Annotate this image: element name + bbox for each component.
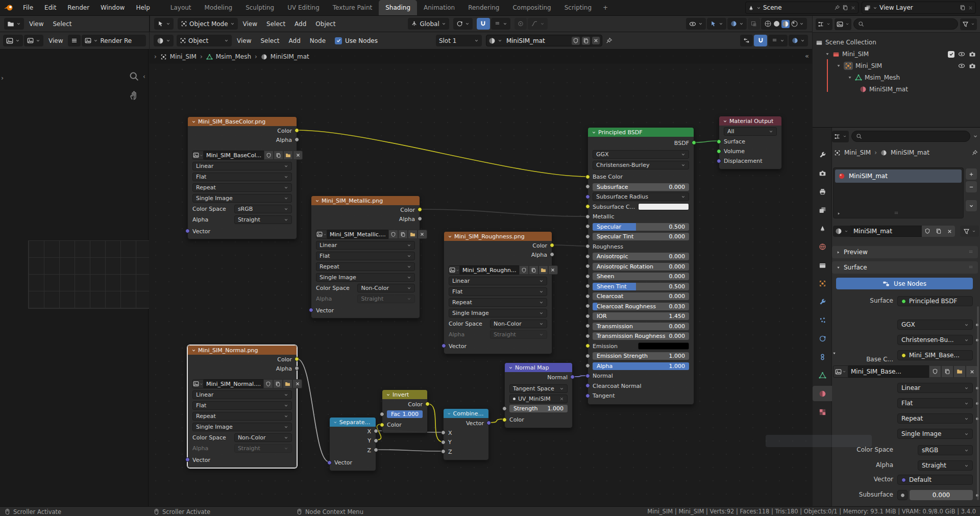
image-editor-menu-button[interactable] <box>68 35 81 46</box>
dropdown-color-space[interactable]: Non-Color <box>490 320 547 328</box>
socket-input[interactable] <box>585 244 590 249</box>
properties-tab-texture[interactable] <box>813 404 832 420</box>
shader-type-dropdown[interactable]: Object <box>177 35 232 46</box>
slot-list-expander[interactable] <box>837 211 841 216</box>
menu-edit[interactable]: Edit <box>39 0 62 15</box>
dropdown-single-image[interactable]: Single Image <box>449 309 547 317</box>
dropdown-flat[interactable]: Flat <box>192 173 292 181</box>
image-name-field[interactable]: Mini_SIM_Normal.... <box>204 379 263 388</box>
properties-tab-world[interactable] <box>813 239 832 254</box>
node-material-output[interactable]: Material OutputAllSurfaceVolumeDisplacem… <box>719 116 782 169</box>
breadcrumb-item[interactable]: Mini_SIM <box>160 53 197 60</box>
fake-user-button[interactable] <box>929 365 941 378</box>
properties-tab-constraints[interactable] <box>813 349 832 364</box>
outliner-row-minisim-mat[interactable]: MiniSIM_mat <box>813 84 980 95</box>
image-display-channels-dropdown[interactable] <box>24 35 43 46</box>
dropdown-linear[interactable]: Linear <box>192 162 292 170</box>
viewport-editor-type-button[interactable] <box>154 18 174 30</box>
material-slot-row[interactable]: MiniSIM_mat <box>835 169 962 183</box>
socket-input[interactable] <box>585 374 590 378</box>
slider-anisotropic[interactable]: Anisotropic0.000 <box>593 253 689 260</box>
image-name-field[interactable]: Mini_SIM_Base... <box>848 365 929 378</box>
image-browse-button[interactable] <box>449 265 460 275</box>
proportional-falloff-dropdown[interactable] <box>528 18 548 30</box>
dropdown-single-image[interactable]: Single Image <box>192 194 292 203</box>
node-header[interactable]: Normal Map <box>505 363 572 372</box>
menu-window[interactable]: Window <box>95 0 130 15</box>
prop-slider-subsurface[interactable]: 0.000 <box>910 490 973 500</box>
prop-chip-default[interactable]: Default <box>897 475 973 485</box>
properties-search-input[interactable] <box>851 131 970 142</box>
copy-image-button[interactable] <box>529 265 538 275</box>
workspace-tab-layout[interactable]: Layout <box>164 0 198 15</box>
node-combine-xyz[interactable]: Combine XYZVectorXYZ <box>443 408 489 460</box>
exclude-checkbox[interactable] <box>948 51 954 58</box>
slider-specular[interactable]: Specular0.500 <box>593 223 689 231</box>
rendered-shading-button[interactable] <box>791 20 798 28</box>
shader-menu-select[interactable]: Select <box>256 37 283 44</box>
shader-node-editor[interactable]: Mini_SIM_BaseColor.pngColorAlphaMini_SIM… <box>149 50 812 506</box>
socket-output[interactable] <box>295 366 299 371</box>
dropdown-alpha[interactable]: Straight <box>357 294 415 303</box>
node-separate-xyz[interactable]: Separate XYZXYZVector <box>329 417 376 471</box>
file-browser-editor-type-button[interactable] <box>4 18 24 30</box>
prop-dropdown-christensen-bu-[interactable]: Christensen-Bu... <box>897 335 973 345</box>
socket-input[interactable] <box>585 304 590 308</box>
properties-tab-object[interactable] <box>813 276 832 291</box>
image-name-field[interactable]: Mini_SIM_BaseCol... <box>204 151 264 160</box>
dropdown-single-image[interactable]: Single Image <box>316 273 415 282</box>
visibility-dropdown[interactable] <box>686 18 706 30</box>
add-slot-button[interactable] <box>966 168 977 180</box>
socket-input[interactable] <box>441 430 446 435</box>
preview-panel-header[interactable]: Preview <box>832 246 978 258</box>
slider-clearcoat[interactable]: Clearcoat0.000 <box>593 292 689 300</box>
open-image-button[interactable] <box>283 379 292 388</box>
material-name-field[interactable]: MiniSIM_mat <box>850 226 922 237</box>
properties-tab-output[interactable] <box>813 184 832 199</box>
properties-tab-tool[interactable] <box>813 147 832 162</box>
properties-tab-view-layer[interactable] <box>813 202 832 217</box>
dropdown-color-space[interactable]: Non-Color <box>357 284 415 292</box>
node-header[interactable]: Mini_SIM_Metallic.png <box>311 196 420 205</box>
socket-input[interactable] <box>717 139 721 144</box>
dropdown-color-space[interactable]: Non-Color <box>234 433 292 442</box>
use-nodes-checkbox[interactable]: Use Nodes <box>335 37 378 44</box>
dropdown-color-space[interactable]: sRGB <box>234 205 292 213</box>
socket-output[interactable] <box>550 243 554 248</box>
socket-output[interactable] <box>692 140 696 145</box>
transform-orientation-dropdown[interactable]: Global <box>408 18 449 30</box>
copy-material-button[interactable] <box>933 226 944 237</box>
socket-input[interactable] <box>585 394 590 398</box>
node-normal-map[interactable]: Normal MapNormalTangent SpaceUV_MiniSIMS… <box>504 362 573 428</box>
image-browse-button[interactable] <box>316 230 327 239</box>
breadcrumb-object[interactable]: Mini_SIM <box>844 149 871 156</box>
prop-dropdown-straight[interactable]: Straight <box>918 460 973 471</box>
prop-chip-mini-sim-base-[interactable]: Mini_SIM_Base... <box>897 350 973 360</box>
view-layer-name[interactable]: View Layer <box>879 4 958 11</box>
socket-input[interactable] <box>585 324 590 328</box>
properties-tab-collection[interactable] <box>813 257 832 273</box>
socket-input[interactable] <box>380 423 384 427</box>
viewport-menu-add[interactable]: Add <box>290 20 310 28</box>
material-slot-dropdown[interactable]: Slot 1 <box>436 35 482 46</box>
slider-fac[interactable]: Fac1.000 <box>387 410 423 418</box>
color-swatch[interactable] <box>638 203 689 210</box>
socket-input[interactable] <box>585 214 590 219</box>
node-header[interactable]: Material Output <box>719 116 781 126</box>
fake-user-button[interactable] <box>572 37 580 45</box>
menu-file[interactable]: File <box>17 0 39 15</box>
fake-user-button[interactable] <box>388 230 398 239</box>
breadcrumb-material[interactable]: MiniSIM_mat <box>891 149 929 156</box>
outliner-search-input[interactable] <box>853 18 958 30</box>
hide-toggle-eye[interactable] <box>958 51 965 58</box>
socket-input[interactable] <box>585 343 590 348</box>
material-pin-button[interactable] <box>605 37 612 44</box>
scene-name[interactable]: Scene <box>763 4 832 11</box>
add-workspace-button[interactable]: + <box>598 4 612 11</box>
dropdown-repeat[interactable]: Repeat <box>449 298 547 307</box>
socket-output[interactable] <box>486 421 491 425</box>
image-browse-button[interactable] <box>833 365 848 378</box>
open-image-button[interactable] <box>538 265 548 275</box>
socket-input[interactable] <box>585 284 590 288</box>
viewport-menu-view[interactable]: View <box>239 20 261 28</box>
